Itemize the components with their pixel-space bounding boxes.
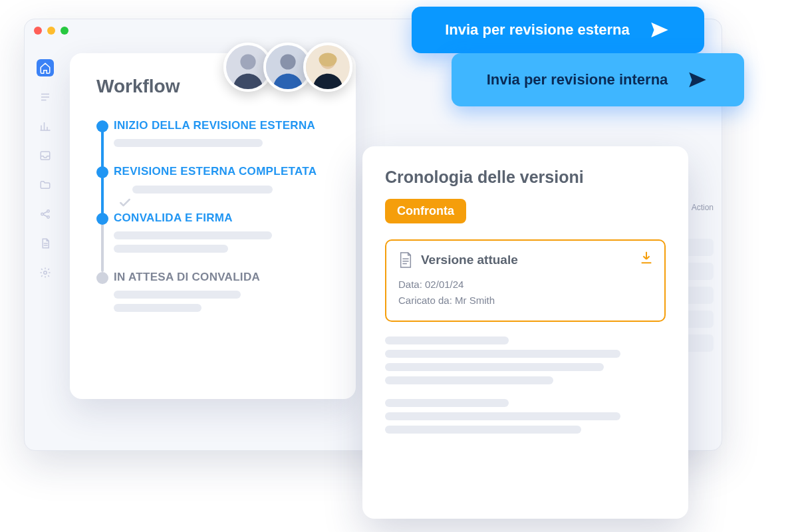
meta-label: Caricato da — [398, 295, 450, 306]
version-history-title: Cronologia delle versioni — [385, 168, 666, 187]
send-icon — [648, 19, 671, 41]
button-label: Invia per revisione esterna — [445, 21, 630, 38]
button-label: Invia per revisione interna — [487, 71, 668, 88]
meta-label: Data — [398, 279, 420, 290]
send-internal-review-button[interactable]: Invia per revisione interna — [452, 53, 744, 106]
placeholder-line — [385, 336, 509, 344]
current-version-meta: Data: 02/01/24 Caricato da: Mr Smith — [398, 277, 652, 309]
placeholder-line — [385, 363, 604, 371]
current-version-heading: Versione attuale — [421, 253, 518, 267]
document-icon — [398, 251, 413, 269]
workflow-step-pending: IN ATTESA DI CONVALIDA — [114, 270, 333, 312]
workflow-card: Workflow INIZIO DELLA REVISIONE ESTERNA … — [70, 53, 356, 399]
check-icon — [118, 196, 132, 209]
current-version-box[interactable]: Versione attuale Data: 02/01/24 Caricato… — [385, 239, 666, 322]
sidebar-list-icon[interactable] — [37, 88, 54, 106]
placeholder-line — [114, 245, 228, 253]
sidebar-chart-icon[interactable] — [37, 118, 54, 135]
current-version-heading-row: Versione attuale — [398, 251, 652, 269]
compare-button[interactable]: Confronta — [385, 199, 466, 223]
meta-value: 02/01/24 — [425, 279, 464, 290]
placeholder-line — [385, 350, 620, 358]
step-node-icon — [96, 120, 108, 132]
sidebar-share-icon[interactable] — [37, 205, 54, 223]
placeholder-line — [132, 186, 273, 194]
minimize-dot[interactable] — [47, 27, 55, 35]
avatar[interactable] — [303, 43, 352, 92]
placeholder-line — [385, 426, 581, 434]
version-history-card: Cronologia delle versioni Confronta Vers… — [362, 146, 688, 519]
sidebar-inbox-icon[interactable] — [37, 147, 54, 164]
bg-column-action-label: Action — [692, 203, 714, 212]
placeholder-line — [114, 291, 241, 299]
placeholder-line — [385, 399, 509, 407]
svg-point-0 — [41, 213, 43, 215]
zoom-dot[interactable] — [61, 27, 68, 35]
step-label: REVISIONE ESTERNA COMPLETATA — [114, 164, 333, 178]
step-label: INIZIO DELLA REVISIONE ESTERNA — [114, 118, 333, 132]
placeholder-line — [385, 412, 620, 420]
workflow-step: CONVALIDA E FIRMA — [114, 211, 333, 253]
step-node-icon — [96, 213, 108, 225]
svg-point-5 — [240, 54, 255, 69]
send-external-review-button[interactable]: Invia per revisione esterna — [412, 7, 704, 53]
svg-point-1 — [47, 210, 49, 212]
placeholder-line — [385, 376, 553, 384]
workflow-rail — [101, 125, 104, 272]
svg-point-2 — [47, 216, 49, 218]
older-version-placeholder — [385, 399, 666, 434]
workflow-step: INIZIO DELLA REVISIONE ESTERNA — [114, 118, 333, 147]
workflow-steps: INIZIO DELLA REVISIONE ESTERNA REVISIONE… — [96, 118, 333, 312]
download-icon[interactable] — [639, 250, 654, 265]
placeholder-line — [114, 231, 272, 239]
placeholder-line — [114, 139, 263, 147]
send-icon — [686, 68, 709, 91]
left-sidebar — [31, 59, 59, 281]
step-label: IN ATTESA DI CONVALIDA — [114, 270, 333, 284]
placeholder-line — [114, 304, 201, 312]
sidebar-settings-icon[interactable] — [37, 264, 54, 281]
older-version-placeholder — [385, 336, 666, 384]
sidebar-home-icon[interactable] — [37, 59, 54, 76]
workflow-step: REVISIONE ESTERNA COMPLETATA — [114, 164, 333, 193]
step-node-icon — [96, 166, 108, 178]
svg-point-7 — [280, 54, 295, 69]
collaborator-avatars — [233, 43, 352, 92]
sidebar-folder-icon[interactable] — [37, 176, 54, 194]
step-label: CONVALIDA E FIRMA — [114, 211, 333, 225]
sidebar-doc-icon[interactable] — [37, 235, 54, 252]
step-node-icon — [96, 272, 108, 284]
svg-point-3 — [44, 271, 47, 275]
meta-value: Mr Smith — [455, 295, 495, 306]
close-dot[interactable] — [34, 27, 42, 35]
